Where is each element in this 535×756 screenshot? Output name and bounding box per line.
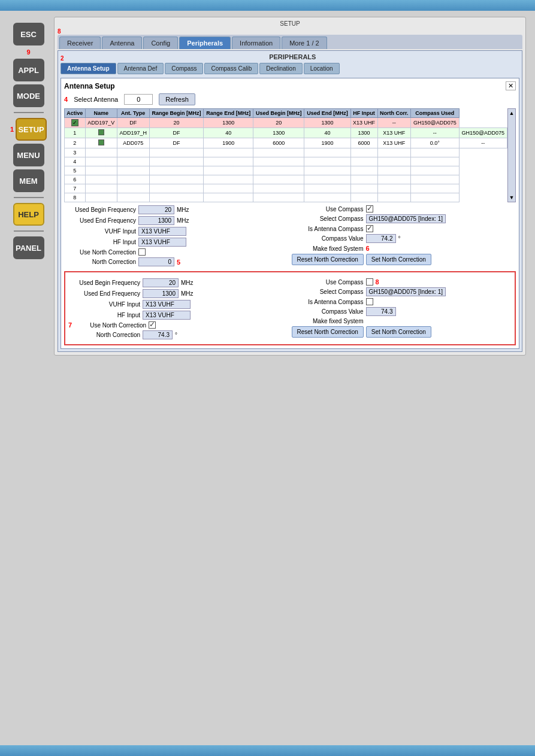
cell-rownum: 2 (65, 138, 86, 148)
cell-type: DF (117, 118, 149, 128)
annotation-4-inline: 4 (64, 96, 68, 103)
tab-more[interactable]: More 1 / 2 (282, 37, 327, 49)
vuhf-input-label-2: VUHF Input (68, 301, 140, 308)
table-row[interactable]: ✓ ADD197_V DF 20 1300 20 1300 X13 UHF --… (65, 118, 507, 128)
cell-name: ADD197_V (85, 118, 117, 128)
menu-button[interactable]: MENU (13, 144, 44, 166)
use-north-corr-checkbox-2[interactable] (149, 321, 156, 329)
reset-north-correction-button[interactable]: Reset North Correction (292, 254, 364, 265)
hf-input-row: HF Input X13 VUHF (64, 238, 289, 247)
make-fixed-label-2: Make fixed System (292, 318, 364, 324)
tab-peripherals[interactable]: Peripherals (179, 37, 231, 49)
mem-button[interactable]: MEM (13, 169, 44, 192)
used-begin-freq-label: Used Begin Frequency (64, 207, 136, 213)
sidebar-divider-2 (14, 197, 44, 198)
peripherals-title: PERIPHERALS (66, 53, 519, 60)
annotation-8: 8 (376, 278, 379, 286)
tab-information[interactable]: Information (232, 37, 280, 49)
use-north-corr-row: Use North Correction (64, 248, 289, 256)
use-north-corr-label: Use North Correction (64, 249, 136, 256)
used-begin-freq-row: Used Begin Frequency 20 MHz (64, 205, 289, 214)
vuhf-input-value-2: X13 VUHF (143, 300, 191, 309)
select-compass-row-2: Select Compass GH150@ADD075 [Index: 1] (292, 287, 512, 296)
cell-north: 0.0° (411, 138, 459, 148)
cell-hf: X13 UHF (377, 138, 411, 148)
north-corr-value-2: 74.3 (143, 330, 173, 339)
esc-button[interactable]: ESC (13, 23, 44, 45)
table-row[interactable]: 7 (65, 184, 507, 193)
help-button[interactable]: HELP (13, 203, 44, 226)
annotation-8-top: 8 (58, 28, 61, 35)
tab-receiver[interactable]: Receiver (59, 37, 101, 49)
table-row[interactable]: 8 (65, 193, 507, 202)
table-row[interactable]: 5 (65, 166, 507, 175)
close-button[interactable]: ✕ (506, 81, 516, 90)
is-antenna-compass-checkbox[interactable] (366, 225, 373, 232)
used-end-freq-unit-2: MHz (181, 290, 196, 297)
compass-value-label: Compass Value (292, 235, 364, 242)
cell-name: ADD197_H (117, 128, 149, 138)
sub-tab-compass-calib[interactable]: Compass Calib (204, 63, 258, 74)
cell-rownum: 1 (65, 128, 86, 138)
select-compass-value: GH150@ADD075 [Index: 1] (366, 214, 446, 223)
sub-tab-antenna-def[interactable]: Antenna Def (117, 63, 164, 74)
setup-button[interactable]: SETUP (16, 118, 47, 141)
cell-type: DF (149, 138, 204, 148)
setup-tab-bar: Receiver Antenna Config Peripherals Info… (58, 35, 522, 49)
compass-value-row: Compass Value 74.2 ° (292, 234, 516, 243)
appl-button[interactable]: APPL (13, 59, 44, 81)
used-begin-freq-unit-2: MHz (181, 280, 196, 286)
compass-value: 74.2 (366, 234, 396, 243)
use-north-corr-row-2: 7 Use North Correction (68, 321, 289, 329)
is-antenna-compass-label: Is Antenna Compass (292, 226, 364, 232)
use-compass-checkbox-2[interactable] (366, 278, 373, 286)
cell-hf: X13 UHF (350, 118, 377, 128)
antenna-table: Active Name Ant. Type Range Begin [MHz] … (64, 108, 507, 202)
reset-north-correction-button-2[interactable]: Reset North Correction (292, 326, 364, 338)
used-end-freq-row-2: Used End Frequency 1300 MHz (68, 289, 289, 298)
set-north-correction-button-2[interactable]: Set North Correction (366, 326, 431, 338)
sub-tab-compass[interactable]: Compass (165, 63, 203, 74)
used-end-freq-row: Used End Frequency 1300 MHz (64, 216, 289, 225)
select-compass-label: Select Compass (292, 215, 364, 222)
cell-range-begin: 20 (149, 118, 204, 128)
table-row[interactable]: 2 ADD075 DF 1900 6000 1900 6000 X13 UHF … (65, 138, 507, 148)
use-north-corr-checkbox[interactable] (138, 248, 146, 256)
annotation-7: 7 (68, 321, 72, 329)
tab-config[interactable]: Config (143, 37, 178, 49)
cell-active-box (85, 138, 117, 148)
checkbox-checked-icon: ✓ (71, 119, 78, 126)
refresh-button[interactable]: Refresh (159, 93, 195, 105)
cell-range-end: 1300 (253, 128, 304, 138)
col-north-corr: North Corr. (377, 109, 411, 118)
scroll-up-icon[interactable]: ▲ (508, 109, 516, 117)
set-north-correction-button[interactable]: Set North Correction (366, 254, 431, 265)
mode-button[interactable]: MODE (13, 84, 44, 107)
form-left-2: Used Begin Frequency 20 MHz Used End Fre… (68, 278, 289, 341)
antenna-setup-title-bar: Antenna Setup ✕ (64, 81, 516, 90)
north-corr-row: North Correction 0 5 (64, 257, 289, 266)
table-row[interactable]: 6 (65, 175, 507, 184)
scroll-down-icon[interactable]: ▼ (508, 193, 516, 202)
tab-antenna[interactable]: Antenna (102, 37, 142, 49)
used-begin-freq-unit: MHz (177, 207, 192, 213)
sub-tab-declination[interactable]: Declination (259, 63, 302, 74)
is-antenna-compass-label-2: Is Antenna Compass (292, 299, 364, 305)
sub-tab-location[interactable]: Location (304, 63, 340, 74)
used-begin-freq-label-2: Used Begin Frequency (68, 280, 140, 286)
used-begin-freq-value-2: 20 (143, 278, 179, 287)
cell-name: ADD075 (117, 138, 149, 148)
use-compass-checkbox[interactable] (366, 205, 373, 212)
top-bar (0, 0, 535, 11)
cell-used-begin: 20 (253, 118, 304, 128)
sidebar-divider-1 (14, 112, 44, 113)
panel-button[interactable]: PANEL (13, 236, 44, 259)
cell-north: -- (377, 118, 411, 128)
sub-tab-antenna-setup[interactable]: Antenna Setup (61, 63, 116, 74)
table-row[interactable]: 1 ADD197_H DF 40 1300 40 1300 X13 UHF -- (65, 128, 507, 138)
table-row[interactable]: 3 (65, 148, 507, 157)
vuhf-input-value: X13 VUHF (138, 227, 186, 236)
table-row[interactable]: 4 (65, 157, 507, 166)
is-antenna-compass-checkbox-2[interactable] (366, 298, 373, 305)
table-scrollbar[interactable]: ▲ ▼ (507, 108, 516, 202)
